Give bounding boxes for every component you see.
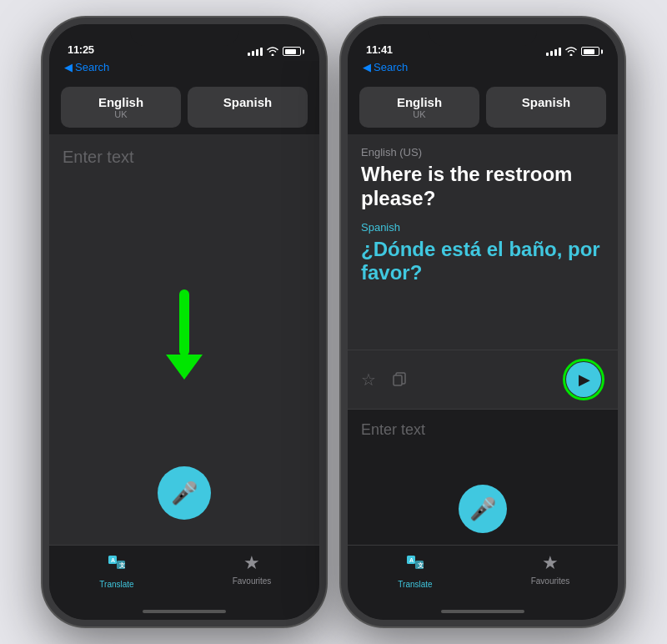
status-icons-right <box>546 47 599 56</box>
copy-icon[interactable] <box>391 370 408 390</box>
translation-area: English (US) Where is the restroom pleas… <box>348 134 618 545</box>
scene: 11:25 <box>0 0 667 644</box>
back-button-right[interactable]: ◀ Search <box>363 61 408 73</box>
lang-btn-english-left[interactable]: English UK <box>61 87 181 128</box>
phone-left: 11:25 <box>43 18 326 626</box>
lang-label-english-right: English <box>366 95 473 109</box>
lang-btn-spanish-left[interactable]: Spanish <box>188 87 308 128</box>
tab-favourites-label-left: Favourites <box>233 576 272 586</box>
notch-right <box>429 24 537 46</box>
translation-section-bottom: Enter text <box>348 410 618 476</box>
tab-translate-left[interactable]: A 文 Translate <box>49 552 184 589</box>
tab-favourites-label-right: Favourites <box>531 576 570 586</box>
lang-sub-english-left: UK <box>68 109 174 119</box>
tab-translate-label-left: Translate <box>99 580 133 589</box>
signal-icon-left <box>248 47 263 56</box>
mic-container-right: 🎤 <box>348 476 618 545</box>
mic-container-left: 🎤 <box>49 180 319 545</box>
svg-text:A: A <box>409 557 414 563</box>
back-button-left[interactable]: ◀ Search <box>64 61 109 73</box>
favourites-icon-right: ★ <box>542 552 559 574</box>
lang-sub-english-right: UK <box>366 109 473 119</box>
tab-translate-right[interactable]: A 文 Translate <box>348 552 483 589</box>
mic-icon-right: 🎤 <box>469 496 496 522</box>
lang-btn-spanish-right[interactable]: Spanish <box>486 87 606 128</box>
mic-button-left[interactable]: 🎤 <box>158 466 211 520</box>
tab-bar-left: A 文 Translate ★ Favourites <box>49 545 319 603</box>
mic-icon-left: 🎤 <box>171 480 198 506</box>
svg-text:A: A <box>111 557 115 563</box>
tab-bar-right: A 文 Translate ★ Favourites <box>348 545 618 603</box>
arrow-container <box>166 289 203 380</box>
target-lang-label: Spanish <box>361 221 604 234</box>
home-indicator-left <box>49 603 319 620</box>
mic-button-right[interactable]: 🎤 <box>459 485 507 533</box>
lang-label-spanish-right: Spanish <box>493 95 599 109</box>
svg-text:文: 文 <box>418 561 424 568</box>
tab-translate-label-right: Translate <box>398 580 432 589</box>
tab-favourites-left[interactable]: ★ Favourites <box>184 552 319 586</box>
nav-bar-left: ◀ Search <box>49 61 319 80</box>
play-icon: ▶ <box>579 370 590 389</box>
star-icon[interactable]: ☆ <box>361 370 376 390</box>
play-btn-ring: ▶ <box>563 359 604 400</box>
favourites-icon-left: ★ <box>243 552 260 574</box>
status-icons-left <box>248 47 301 56</box>
source-lang-label: English (US) <box>361 146 604 158</box>
arrow-head <box>166 355 203 380</box>
lang-label-spanish-left: Spanish <box>194 95 301 109</box>
phone-right: 11:41 <box>341 18 624 626</box>
translation-section-top: English (US) Where is the restroom pleas… <box>348 134 618 350</box>
translate-icon-right: A 文 <box>405 552 425 577</box>
lang-selector-left: English UK Spanish <box>49 80 319 134</box>
play-button[interactable]: ▶ <box>566 362 601 397</box>
lang-btn-english-right[interactable]: English UK <box>359 87 479 128</box>
enter-text-right[interactable]: Enter text <box>361 421 604 439</box>
home-indicator-right <box>348 603 618 620</box>
content-area-left: Enter text 🎤 <box>49 134 319 545</box>
signal-icon-right <box>546 47 561 56</box>
lang-label-english-left: English <box>68 95 174 109</box>
battery-icon-right <box>581 47 599 56</box>
translation-actions: ☆ ▶ <box>348 350 618 410</box>
svg-rect-5 <box>394 375 402 385</box>
notch-left <box>130 24 238 46</box>
arrow-shaft <box>179 289 189 356</box>
wifi-icon-right <box>565 47 577 56</box>
battery-icon-left <box>283 47 301 56</box>
wifi-icon-left <box>267 47 278 56</box>
enter-text-left[interactable]: Enter text <box>49 134 319 180</box>
action-icons-left: ☆ <box>361 370 408 390</box>
svg-text:文: 文 <box>119 561 125 568</box>
target-text: ¿Dónde está el baño, por favor? <box>361 238 604 286</box>
translate-icon-left: A 文 <box>107 552 127 577</box>
time-left: 11:25 <box>68 43 94 56</box>
nav-bar-right: ◀ Search <box>348 61 618 80</box>
lang-selector-right: English UK Spanish <box>348 80 618 134</box>
tab-favourites-right[interactable]: ★ Favourites <box>483 552 618 586</box>
time-right: 11:41 <box>366 43 393 56</box>
source-text: Where is the restroom please? <box>361 163 604 211</box>
